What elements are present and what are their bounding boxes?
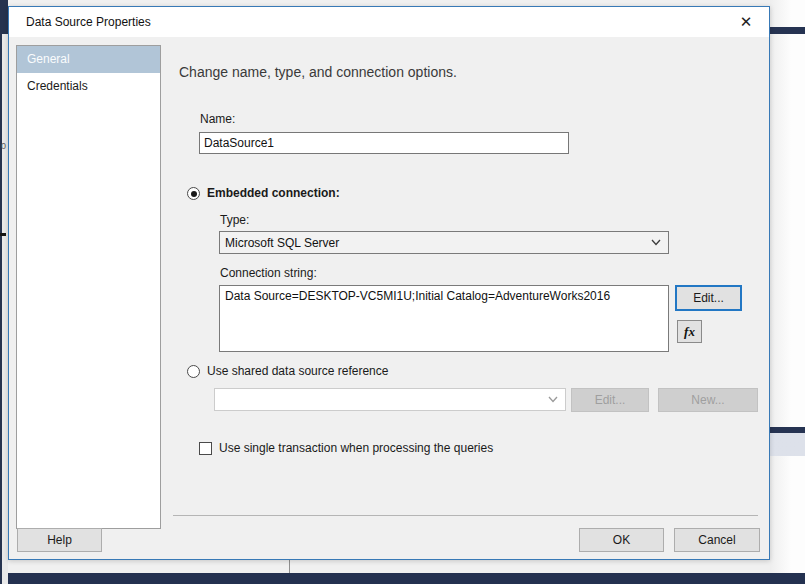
name-label: Name: [200, 112, 235, 126]
chevron-down-icon [548, 396, 558, 403]
name-input[interactable] [199, 132, 569, 154]
sidebar-item-credentials[interactable]: Credentials [17, 73, 160, 100]
embedded-connection-label[interactable]: Embedded connection: [207, 186, 340, 200]
edit-connection-button[interactable]: Edit... [675, 285, 742, 311]
edit-shared-button: Edit... [571, 388, 649, 412]
background-navy-bar-bottom [0, 573, 805, 584]
new-shared-button: New... [658, 388, 758, 412]
connection-string-input[interactable]: Data Source=DESKTOP-VC5MI1U;Initial Cata… [219, 285, 669, 352]
type-dropdown-value: Microsoft SQL Server [225, 236, 339, 250]
help-button[interactable]: Help [17, 528, 102, 552]
close-icon[interactable]: ✕ [729, 7, 763, 37]
page-list: General Credentials [16, 45, 161, 529]
background-left-navy-line [0, 0, 2, 584]
ruler-zero-label: 0 [1, 141, 6, 151]
connection-string-label: Connection string: [220, 266, 317, 280]
background-right-panel [770, 0, 805, 584]
footer-separator [173, 515, 758, 516]
type-label: Type: [220, 213, 249, 227]
shared-data-source-radio[interactable] [187, 365, 200, 378]
sidebar-item-general[interactable]: General [17, 46, 160, 73]
dialog-titlebar: Data Source Properties [9, 7, 769, 37]
single-transaction-checkbox[interactable] [199, 442, 212, 455]
shared-data-source-dropdown [214, 388, 566, 411]
expression-fx-button[interactable]: fx [677, 320, 702, 343]
page-heading: Change name, type, and connection option… [179, 64, 457, 80]
background-left-top-block [0, 0, 8, 34]
cancel-button[interactable]: Cancel [674, 528, 760, 552]
embedded-connection-radio[interactable] [187, 187, 200, 200]
dialog-title: Data Source Properties [26, 15, 151, 29]
data-source-properties-dialog: Data Source Properties ✕ General Credent… [8, 6, 770, 560]
type-dropdown[interactable]: Microsoft SQL Server [219, 231, 669, 254]
ruler-tick [0, 233, 6, 236]
single-transaction-label[interactable]: Use single transaction when processing t… [219, 441, 493, 455]
chevron-down-icon [651, 239, 661, 246]
ok-button[interactable]: OK [579, 528, 664, 552]
shared-data-source-label[interactable]: Use shared data source reference [207, 364, 388, 378]
